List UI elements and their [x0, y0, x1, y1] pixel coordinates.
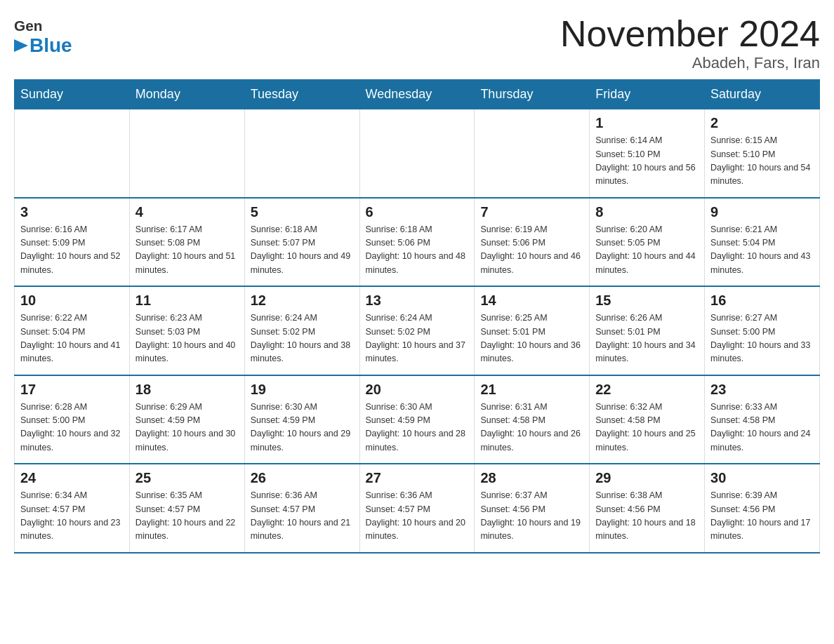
day-number: 24	[20, 470, 124, 486]
day-info: Sunrise: 6:31 AMSunset: 4:58 PMDaylight:…	[480, 401, 583, 455]
day-info: Sunrise: 6:16 AMSunset: 5:09 PMDaylight:…	[20, 223, 124, 278]
calendar-cell: 23Sunrise: 6:33 AMSunset: 4:58 PMDayligh…	[705, 375, 820, 464]
calendar-cell	[244, 109, 359, 198]
day-info: Sunrise: 6:17 AMSunset: 5:08 PMDaylight:…	[135, 223, 239, 278]
calendar-cell: 7Sunrise: 6:19 AMSunset: 5:06 PMDaylight…	[475, 198, 590, 287]
day-info: Sunrise: 6:37 AMSunset: 4:56 PMDaylight:…	[480, 489, 583, 544]
day-number: 16	[710, 293, 814, 309]
weekday-header-saturday: Saturday	[705, 80, 820, 109]
calendar-cell: 14Sunrise: 6:25 AMSunset: 5:01 PMDayligh…	[475, 286, 590, 375]
day-number: 11	[135, 293, 239, 309]
day-info: Sunrise: 6:35 AMSunset: 4:57 PMDaylight:…	[135, 489, 239, 544]
month-title: November 2024	[560, 14, 820, 54]
svg-marker-1	[14, 39, 28, 52]
calendar-cell	[15, 109, 130, 198]
calendar-table: SundayMondayTuesdayWednesdayThursdayFrid…	[14, 79, 820, 554]
day-number: 26	[251, 470, 354, 486]
day-info: Sunrise: 6:18 AMSunset: 5:07 PMDaylight:…	[251, 223, 354, 278]
day-info: Sunrise: 6:36 AMSunset: 4:57 PMDaylight:…	[251, 489, 354, 544]
title-section: November 2024 Abadeh, Fars, Iran	[560, 14, 820, 72]
day-number: 15	[595, 293, 699, 309]
day-number: 29	[595, 470, 699, 486]
day-info: Sunrise: 6:34 AMSunset: 4:57 PMDaylight:…	[20, 489, 124, 544]
day-info: Sunrise: 6:38 AMSunset: 4:56 PMDaylight:…	[595, 489, 699, 544]
day-number: 19	[251, 382, 354, 398]
calendar-cell	[129, 109, 244, 198]
logo-blue-text: Blue	[29, 34, 72, 57]
calendar-cell: 11Sunrise: 6:23 AMSunset: 5:03 PMDayligh…	[129, 286, 244, 375]
day-info: Sunrise: 6:28 AMSunset: 5:00 PMDaylight:…	[20, 401, 124, 455]
weekday-header-friday: Friday	[590, 80, 705, 109]
calendar-cell: 2Sunrise: 6:15 AMSunset: 5:10 PMDaylight…	[705, 109, 820, 198]
calendar-cell: 6Sunrise: 6:18 AMSunset: 5:06 PMDaylight…	[359, 198, 475, 287]
day-number: 25	[135, 470, 239, 486]
calendar-cell: 13Sunrise: 6:24 AMSunset: 5:02 PMDayligh…	[359, 286, 475, 375]
day-info: Sunrise: 6:24 AMSunset: 5:02 PMDaylight:…	[366, 311, 469, 366]
calendar-cell: 10Sunrise: 6:22 AMSunset: 5:04 PMDayligh…	[15, 286, 130, 375]
day-info: Sunrise: 6:14 AMSunset: 5:10 PMDaylight:…	[595, 134, 699, 189]
day-info: Sunrise: 6:23 AMSunset: 5:03 PMDaylight:…	[135, 311, 239, 366]
weekday-header-monday: Monday	[129, 80, 244, 109]
calendar-cell: 9Sunrise: 6:21 AMSunset: 5:04 PMDaylight…	[705, 198, 820, 287]
day-number: 2	[710, 115, 814, 131]
day-info: Sunrise: 6:32 AMSunset: 4:58 PMDaylight:…	[595, 401, 699, 455]
day-number: 5	[251, 204, 354, 220]
calendar-week-row: 24Sunrise: 6:34 AMSunset: 4:57 PMDayligh…	[15, 464, 820, 553]
svg-text:General: General	[14, 18, 42, 34]
day-number: 8	[595, 204, 699, 220]
weekday-header-tuesday: Tuesday	[244, 80, 359, 109]
day-number: 28	[480, 470, 583, 486]
day-info: Sunrise: 6:24 AMSunset: 5:02 PMDaylight:…	[251, 311, 354, 366]
day-info: Sunrise: 6:29 AMSunset: 4:59 PMDaylight:…	[135, 401, 239, 455]
calendar-cell: 3Sunrise: 6:16 AMSunset: 5:09 PMDaylight…	[15, 198, 130, 287]
calendar-cell: 27Sunrise: 6:36 AMSunset: 4:57 PMDayligh…	[359, 464, 475, 553]
day-number: 22	[595, 382, 699, 398]
calendar-week-row: 10Sunrise: 6:22 AMSunset: 5:04 PMDayligh…	[15, 286, 820, 375]
calendar-week-row: 3Sunrise: 6:16 AMSunset: 5:09 PMDaylight…	[15, 198, 820, 287]
day-info: Sunrise: 6:19 AMSunset: 5:06 PMDaylight:…	[480, 223, 583, 278]
location-title: Abadeh, Fars, Iran	[560, 54, 820, 72]
day-info: Sunrise: 6:30 AMSunset: 4:59 PMDaylight:…	[251, 401, 354, 455]
day-number: 17	[20, 382, 124, 398]
calendar-cell: 28Sunrise: 6:37 AMSunset: 4:56 PMDayligh…	[475, 464, 590, 553]
day-info: Sunrise: 6:21 AMSunset: 5:04 PMDaylight:…	[710, 223, 814, 278]
day-info: Sunrise: 6:25 AMSunset: 5:01 PMDaylight:…	[480, 311, 583, 366]
day-info: Sunrise: 6:18 AMSunset: 5:06 PMDaylight:…	[366, 223, 469, 278]
day-number: 7	[480, 204, 583, 220]
day-number: 18	[135, 382, 239, 398]
day-info: Sunrise: 6:26 AMSunset: 5:01 PMDaylight:…	[595, 311, 699, 366]
calendar-cell: 1Sunrise: 6:14 AMSunset: 5:10 PMDaylight…	[590, 109, 705, 198]
blue-triangle-icon	[14, 39, 28, 52]
calendar-cell: 18Sunrise: 6:29 AMSunset: 4:59 PMDayligh…	[129, 375, 244, 464]
day-number: 6	[366, 204, 469, 220]
day-number: 3	[20, 204, 124, 220]
day-number: 9	[710, 204, 814, 220]
day-info: Sunrise: 6:33 AMSunset: 4:58 PMDaylight:…	[710, 401, 814, 455]
calendar-cell: 8Sunrise: 6:20 AMSunset: 5:05 PMDaylight…	[590, 198, 705, 287]
calendar-cell: 22Sunrise: 6:32 AMSunset: 4:58 PMDayligh…	[590, 375, 705, 464]
day-info: Sunrise: 6:27 AMSunset: 5:00 PMDaylight:…	[710, 311, 814, 366]
calendar-cell: 15Sunrise: 6:26 AMSunset: 5:01 PMDayligh…	[590, 286, 705, 375]
weekday-header-sunday: Sunday	[15, 80, 130, 109]
logo: General Blue	[14, 14, 72, 57]
day-number: 30	[710, 470, 814, 486]
calendar-cell: 16Sunrise: 6:27 AMSunset: 5:00 PMDayligh…	[705, 286, 820, 375]
calendar-cell: 17Sunrise: 6:28 AMSunset: 5:00 PMDayligh…	[15, 375, 130, 464]
day-number: 12	[251, 293, 354, 309]
day-number: 1	[595, 115, 699, 131]
weekday-header-wednesday: Wednesday	[359, 80, 475, 109]
calendar-cell: 12Sunrise: 6:24 AMSunset: 5:02 PMDayligh…	[244, 286, 359, 375]
day-number: 14	[480, 293, 583, 309]
calendar-cell	[359, 109, 475, 198]
weekday-header-thursday: Thursday	[475, 80, 590, 109]
calendar-cell: 19Sunrise: 6:30 AMSunset: 4:59 PMDayligh…	[244, 375, 359, 464]
day-number: 27	[366, 470, 469, 486]
day-info: Sunrise: 6:39 AMSunset: 4:56 PMDaylight:…	[710, 489, 814, 544]
day-info: Sunrise: 6:30 AMSunset: 4:59 PMDaylight:…	[366, 401, 469, 455]
day-number: 23	[710, 382, 814, 398]
day-info: Sunrise: 6:22 AMSunset: 5:04 PMDaylight:…	[20, 311, 124, 366]
page-header: General Blue November 2024 Abadeh, Fars,…	[14, 14, 820, 72]
day-number: 4	[135, 204, 239, 220]
calendar-header-row: SundayMondayTuesdayWednesdayThursdayFrid…	[15, 80, 820, 109]
calendar-cell: 5Sunrise: 6:18 AMSunset: 5:07 PMDaylight…	[244, 198, 359, 287]
